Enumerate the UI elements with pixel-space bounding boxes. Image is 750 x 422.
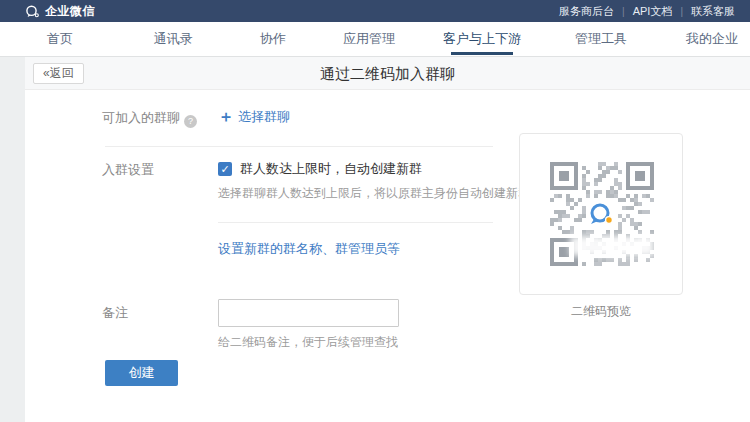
nav-item-app-management[interactable]: 应用管理 xyxy=(343,22,395,56)
auto-create-checkbox[interactable]: ✓ xyxy=(218,162,232,176)
checkmark-icon: ✓ xyxy=(220,163,229,175)
page-header: «返回 通过二维码加入群聊 xyxy=(25,57,750,90)
link-api-docs[interactable]: API文档 xyxy=(633,4,673,19)
logo-text: 企业微信 xyxy=(45,3,95,20)
join-settings-hint: 选择群聊群人数达到上限后，将以原群主身份自动创建新群 xyxy=(218,185,530,202)
nav-item-customers[interactable]: 客户与上下游 xyxy=(443,22,521,56)
separator: | xyxy=(622,6,625,17)
auto-create-group-option: ✓ 群人数达上限时，自动创建新群 xyxy=(218,160,422,178)
remark-input[interactable] xyxy=(218,299,399,327)
nav-item-home[interactable]: 首页 xyxy=(47,22,73,56)
link-contact-support[interactable]: 联系客服 xyxy=(691,4,735,19)
divider xyxy=(105,146,493,147)
remark-label: 备注 xyxy=(102,304,128,322)
content-area: «返回 通过二维码加入群聊 可加入的群聊? ＋选择群聊 入群设置 ✓ 群人数达上… xyxy=(25,57,750,422)
divider xyxy=(218,222,493,223)
auto-create-checkbox-label[interactable]: 群人数达上限时，自动创建新群 xyxy=(240,160,422,178)
joinable-group-label: 可加入的群聊? xyxy=(102,109,197,128)
plus-icon: ＋ xyxy=(218,108,234,125)
qr-blurred-label xyxy=(570,236,654,256)
nav-item-collaboration[interactable]: 协作 xyxy=(260,22,286,56)
chat-bubble-icon xyxy=(25,5,40,18)
nav-item-my-company[interactable]: 我的企业 xyxy=(686,22,738,56)
top-bar: 企业微信 服务商后台 | API文档 | 联系客服 xyxy=(0,0,750,22)
qr-preview-card xyxy=(519,133,683,295)
remark-hint: 给二维码备注，便于后续管理查找 xyxy=(218,334,398,351)
page-title: 通过二维码加入群聊 xyxy=(25,65,750,84)
separator: | xyxy=(680,6,683,17)
topbar-links: 服务商后台 | API文档 | 联系客服 xyxy=(559,4,735,19)
select-group-link-label: 选择群聊 xyxy=(238,109,290,124)
page: 企业微信 服务商后台 | API文档 | 联系客服 首页 通讯录 协作 应用管理… xyxy=(0,0,750,422)
link-service-provider[interactable]: 服务商后台 xyxy=(559,4,614,19)
nav-item-management-tools[interactable]: 管理工具 xyxy=(575,22,627,56)
info-icon[interactable]: ? xyxy=(184,115,197,128)
new-group-settings-link[interactable]: 设置新群的群名称、群管理员等 xyxy=(218,240,400,258)
joinable-group-label-text: 可加入的群聊 xyxy=(102,110,180,125)
wecom-logo[interactable]: 企业微信 xyxy=(25,3,95,20)
select-group-link[interactable]: ＋选择群聊 xyxy=(218,107,290,128)
create-button[interactable]: 创建 xyxy=(105,360,178,386)
nav-item-contacts[interactable]: 通讯录 xyxy=(154,22,193,56)
main-nav: 首页 通讯录 协作 应用管理 客户与上下游 管理工具 我的企业 xyxy=(0,22,750,56)
join-settings-label: 入群设置 xyxy=(102,161,154,179)
qr-preview-caption: 二维码预览 xyxy=(519,303,683,320)
